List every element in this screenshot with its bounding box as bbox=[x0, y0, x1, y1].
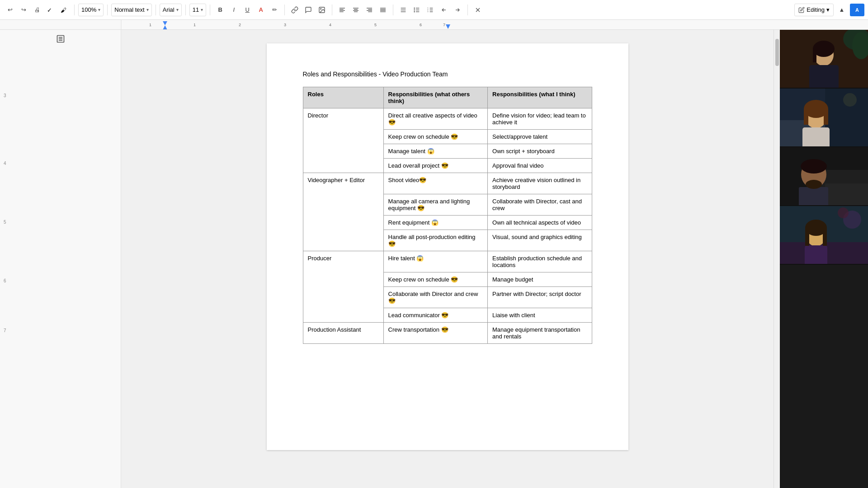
svg-rect-16 bbox=[380, 8, 386, 8]
mine-cell: Collaborate with Director, cast and crew bbox=[488, 194, 592, 216]
mine-cell: Establish production schedule and locati… bbox=[488, 251, 592, 272]
italic-button[interactable]: I bbox=[227, 4, 240, 16]
svg-rect-4 bbox=[340, 8, 345, 8]
svg-point-28 bbox=[414, 11, 415, 12]
svg-rect-67 bbox=[802, 127, 830, 147]
zoom-value: 100% bbox=[81, 6, 96, 13]
font-chevron: ▾ bbox=[176, 7, 179, 12]
sep6 bbox=[284, 5, 285, 15]
others-cell: Manage all camera and lighting equipment… bbox=[383, 194, 487, 216]
print-button[interactable]: 🖨 bbox=[31, 4, 43, 16]
svg-marker-41 bbox=[163, 25, 167, 30]
size-value: 11 bbox=[193, 6, 199, 13]
toolbar-format: B I U A ✏ bbox=[214, 4, 281, 16]
align-justify-button[interactable] bbox=[377, 4, 389, 16]
svg-rect-84 bbox=[805, 245, 827, 265]
sep8 bbox=[393, 5, 393, 15]
svg-point-65 bbox=[843, 93, 857, 107]
sep1 bbox=[74, 5, 75, 15]
redo-button[interactable]: ↪ bbox=[17, 4, 30, 16]
size-chevron: ▾ bbox=[201, 7, 203, 12]
svg-text:4: 4 bbox=[329, 23, 331, 27]
col-roles: Roles bbox=[303, 87, 383, 108]
svg-rect-19 bbox=[380, 11, 386, 12]
svg-rect-69 bbox=[804, 109, 808, 125]
editing-label: Editing bbox=[807, 6, 825, 13]
toolbar-align bbox=[336, 4, 389, 16]
svg-text:1: 1 bbox=[149, 23, 151, 27]
document-area[interactable]: Roles and Responsibilities - Video Produ… bbox=[121, 30, 774, 488]
account-avatar[interactable]: A bbox=[850, 4, 864, 16]
others-cell: Rent equipment 😱 bbox=[383, 216, 487, 230]
role-cell: Producer bbox=[303, 251, 383, 323]
undo-button[interactable]: ↩ bbox=[4, 4, 16, 16]
svg-point-77 bbox=[806, 180, 822, 189]
sep5 bbox=[210, 5, 210, 15]
left-sidebar: 3 4 5 6 7 bbox=[0, 30, 121, 488]
expand-button[interactable]: ▲ bbox=[835, 4, 848, 16]
document-title: Roles and Responsibilities - Video Produ… bbox=[303, 70, 592, 78]
comment-button[interactable] bbox=[302, 4, 315, 16]
others-cell: Direct all creative aspects of video 😎 bbox=[383, 108, 487, 130]
svg-rect-73 bbox=[825, 183, 868, 206]
svg-text:3: 3 bbox=[428, 10, 429, 13]
role-cell: Production Assistant bbox=[303, 323, 383, 344]
svg-marker-40 bbox=[163, 21, 167, 25]
col-others: Responsibilities (what others think) bbox=[383, 87, 487, 108]
col-mine: Responsibilities (what I think) bbox=[488, 87, 592, 108]
mine-cell: Visual, sound and graphics editing bbox=[488, 230, 592, 251]
scroll-thumb[interactable] bbox=[775, 39, 779, 66]
others-cell: Manage talent 😱 bbox=[383, 144, 487, 159]
bullets-button[interactable] bbox=[410, 4, 423, 16]
editing-mode-dropdown[interactable]: Editing ▾ bbox=[794, 4, 834, 16]
sep2 bbox=[107, 5, 108, 15]
indent-more-button[interactable] bbox=[451, 4, 464, 16]
underline-button[interactable]: U bbox=[241, 4, 254, 16]
others-cell: Collaborate with Director and crew 😎 bbox=[383, 287, 487, 308]
zoom-chevron: ▾ bbox=[98, 7, 100, 12]
svg-text:2: 2 bbox=[239, 23, 241, 27]
margin-indicator-1: 3 bbox=[4, 93, 6, 98]
link-button[interactable] bbox=[288, 4, 301, 16]
numbering-button[interactable]: 123 bbox=[424, 4, 437, 16]
editing-chevron: ▾ bbox=[826, 6, 830, 13]
svg-rect-12 bbox=[367, 8, 372, 8]
size-dropdown[interactable]: 11 ▾ bbox=[189, 4, 206, 16]
clear-format-button[interactable] bbox=[472, 4, 484, 16]
bold-button[interactable]: B bbox=[214, 4, 226, 16]
indent-less-button[interactable] bbox=[438, 4, 450, 16]
table-row: Production AssistantCrew transportation … bbox=[303, 323, 592, 344]
others-cell: Hire talent 😱 bbox=[383, 251, 487, 272]
align-left-button[interactable] bbox=[336, 4, 349, 16]
svg-rect-70 bbox=[824, 109, 828, 125]
paint-format-button[interactable]: 🖌 bbox=[58, 4, 71, 16]
image-button[interactable] bbox=[316, 4, 328, 16]
highlight-button[interactable]: ✏ bbox=[268, 4, 281, 16]
others-cell: Keep crew on schedule 😎 bbox=[383, 130, 487, 144]
text-color-button[interactable]: A bbox=[255, 4, 267, 16]
outline-toggle[interactable] bbox=[0, 30, 121, 48]
video-tile-2 bbox=[780, 89, 868, 147]
style-dropdown[interactable]: Normal text ▾ bbox=[111, 4, 151, 16]
zoom-dropdown[interactable]: 100% ▾ bbox=[78, 4, 104, 16]
font-dropdown[interactable]: Arial ▾ bbox=[160, 4, 182, 16]
margin-indicator-2: 4 bbox=[4, 161, 6, 166]
line-spacing-button[interactable] bbox=[397, 4, 410, 16]
svg-rect-13 bbox=[368, 9, 373, 9]
align-right-button[interactable] bbox=[363, 4, 376, 16]
margin-indicator-4: 6 bbox=[4, 278, 6, 283]
spellcheck-button[interactable]: ✓ bbox=[44, 4, 57, 16]
svg-point-82 bbox=[838, 207, 849, 218]
svg-rect-7 bbox=[340, 11, 344, 12]
svg-rect-86 bbox=[805, 228, 809, 246]
style-value: Normal text bbox=[114, 6, 144, 13]
sep3 bbox=[156, 5, 156, 15]
font-value: Arial bbox=[163, 6, 175, 13]
svg-text:6: 6 bbox=[420, 23, 422, 27]
scrollbar[interactable] bbox=[774, 30, 780, 488]
sep4 bbox=[185, 5, 186, 15]
table-row: DirectorDirect all creative aspects of v… bbox=[303, 108, 592, 130]
svg-rect-75 bbox=[799, 187, 828, 206]
align-center-button[interactable] bbox=[349, 4, 362, 16]
svg-text:✓: ✓ bbox=[47, 7, 52, 14]
